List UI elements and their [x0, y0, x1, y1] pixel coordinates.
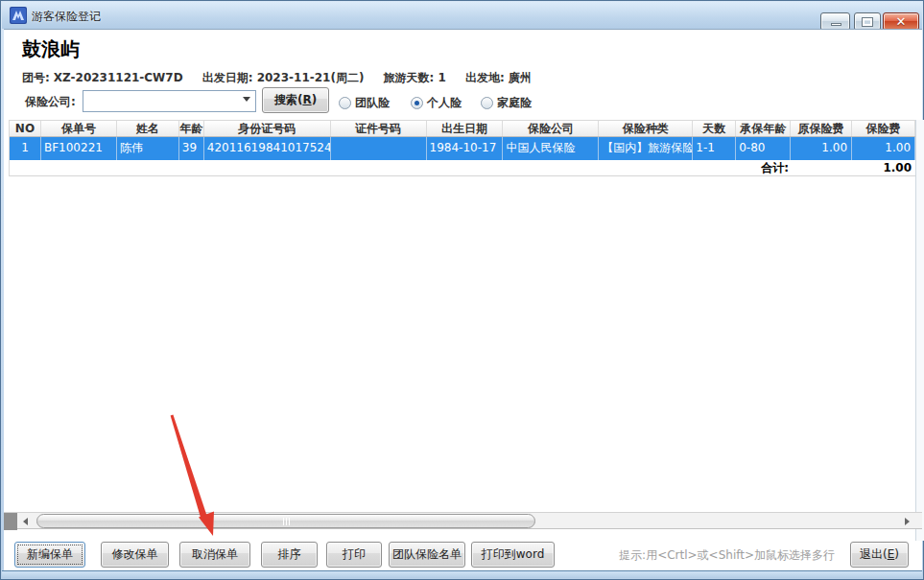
- close-icon: ✕: [884, 14, 918, 29]
- group-number: 团号:XZ-20231121-CW7D: [22, 71, 187, 84]
- tour-name: 鼓浪屿: [22, 36, 80, 62]
- radio-group-insurance[interactable]: 团队险: [339, 92, 390, 107]
- total-value: 1.00: [852, 160, 915, 175]
- cell-days[interactable]: 1-1: [693, 137, 736, 160]
- vertical-scrollbar[interactable]: [915, 120, 924, 541]
- table-total-row: 合计: 1.00: [10, 160, 915, 176]
- app-icon: [10, 7, 27, 24]
- policy-table: NO 保单号 姓名 年龄 身份证号码 证件号码 出生日期 保险公司 保险种类 天…: [9, 120, 916, 176]
- minimize-icon: [831, 23, 841, 26]
- exit-button[interactable]: 退出(E): [850, 542, 909, 568]
- chevron-down-icon[interactable]: [243, 97, 250, 102]
- cell-category[interactable]: 【国内】旅游保险: [599, 137, 693, 160]
- cell-no[interactable]: 1: [10, 137, 41, 160]
- radio-family-insurance[interactable]: 家庭险: [481, 92, 532, 107]
- cell-age[interactable]: 39: [179, 137, 204, 160]
- radio-personal-insurance[interactable]: 个人险: [411, 92, 462, 107]
- total-label: 合计:: [10, 160, 791, 175]
- cell-age-range[interactable]: 0-80: [736, 137, 791, 160]
- cell-name[interactable]: 陈伟: [117, 137, 179, 160]
- cell-original-fee[interactable]: 1.00: [791, 137, 852, 160]
- print-to-word-button[interactable]: 打印到word: [471, 542, 555, 568]
- insurance-company-select[interactable]: [83, 90, 256, 112]
- dialog-content: 鼓浪屿 团号:XZ-20231121-CW7D 出发日期:2023-11-21(…: [4, 29, 922, 572]
- depart-date: 出发日期:2023-11-21(周二): [202, 71, 368, 84]
- tour-info-line: 团号:XZ-20231121-CW7D 出发日期:2023-11-21(周二) …: [22, 70, 547, 86]
- new-policy-button[interactable]: 新编保单: [14, 542, 85, 568]
- title-bar[interactable]: 游客保险登记 ✕: [2, 2, 922, 29]
- maximize-icon: [863, 18, 872, 26]
- scrollbar-thumb[interactable]: [36, 514, 535, 528]
- window-bottom-border: [2, 570, 922, 578]
- scrollbar-corner: [4, 513, 17, 530]
- search-button[interactable]: 搜索(R): [262, 87, 329, 113]
- team-insurance-list-button[interactable]: 团队保险名单: [389, 542, 465, 568]
- multi-select-hint: 提示:用<Crtl>或<Shift>加鼠标选择多行: [580, 547, 835, 564]
- radio-icon[interactable]: [481, 97, 493, 109]
- sort-button[interactable]: 排序: [261, 542, 318, 568]
- tour-days: 旅游天数:1: [384, 71, 450, 84]
- scroll-left-icon[interactable]: [23, 518, 28, 525]
- print-button[interactable]: 打印: [326, 542, 382, 568]
- radio-icon[interactable]: [411, 97, 423, 109]
- search-row: 保险公司: 搜索(R) 团队险 个人险 家庭险: [4, 87, 922, 114]
- window-title: 游客保险登记: [32, 9, 101, 25]
- cancel-policy-button[interactable]: 取消保单: [179, 542, 250, 568]
- cell-birth-date[interactable]: 1984-10-17: [427, 137, 504, 160]
- cell-cert-no[interactable]: [331, 137, 427, 160]
- insurance-company-label: 保险公司:: [25, 94, 76, 110]
- cell-id-number[interactable]: 420116198410175243: [204, 137, 331, 160]
- radio-icon[interactable]: [339, 97, 351, 109]
- cell-fee[interactable]: 1.00: [852, 137, 915, 160]
- depart-place: 出发地:廣州: [465, 71, 532, 84]
- scroll-right-icon[interactable]: [905, 518, 910, 525]
- scrollbar-grip: [283, 518, 290, 525]
- table-header[interactable]: NO 保单号 姓名 年龄 身份证号码 证件号码 出生日期 保险公司 保险种类 天…: [10, 120, 915, 137]
- table-row[interactable]: 1 BF100221 陈伟 39 420116198410175243 1984…: [10, 137, 915, 160]
- horizontal-scrollbar[interactable]: [4, 512, 922, 529]
- edit-policy-button[interactable]: 修改保单: [101, 542, 169, 568]
- cell-policy-no[interactable]: BF100221: [41, 137, 117, 160]
- cell-company[interactable]: 中国人民保险: [503, 137, 599, 160]
- dialog-window: 游客保险登记 ✕ 鼓浪屿 团号:XZ-20231121-CW7D 出发日期:20…: [0, 0, 924, 580]
